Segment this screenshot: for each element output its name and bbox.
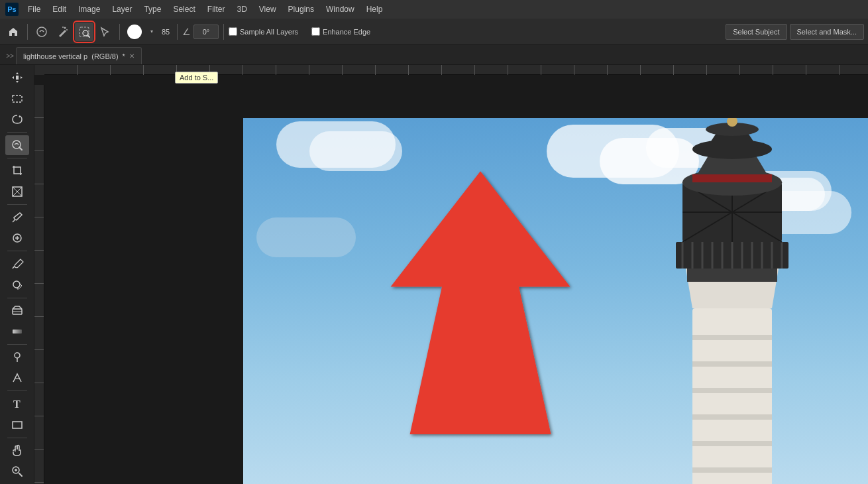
eyedropper-tool[interactable] xyxy=(5,208,29,227)
toolbar-separator-3 xyxy=(177,24,178,40)
menu-item-filter[interactable]: Filter xyxy=(202,3,231,15)
menu-item-view[interactable]: View xyxy=(254,3,282,15)
select-subject-button[interactable]: Select Subject xyxy=(726,24,787,40)
brush-size-preview[interactable] xyxy=(125,22,144,42)
left-separator-1 xyxy=(7,132,27,133)
left-separator-2 xyxy=(7,158,27,158)
pen-tool[interactable] xyxy=(5,369,29,389)
quick-selection-button[interactable] xyxy=(32,23,51,41)
dodge-tool[interactable] xyxy=(5,347,29,367)
svg-rect-23 xyxy=(692,414,772,420)
svg-point-3 xyxy=(62,27,64,28)
quick-selection-tool[interactable] xyxy=(5,135,29,155)
svg-point-2 xyxy=(66,29,68,30)
menu-item-window[interactable]: Window xyxy=(321,3,360,15)
svg-text:T: T xyxy=(13,398,21,410)
menu-item-file[interactable]: File xyxy=(23,3,46,15)
ps-logo: Ps xyxy=(5,3,19,16)
svg-rect-19 xyxy=(692,308,772,484)
svg-point-12 xyxy=(13,281,20,288)
options-toolbar: ▾ 85 ∠ Sample All Layers Enhance Edge Se… xyxy=(0,19,868,45)
tab-close[interactable]: ✕ xyxy=(129,52,135,60)
zoom-tool[interactable] xyxy=(5,461,29,481)
svg-rect-14 xyxy=(13,330,22,333)
crop-tool[interactable] xyxy=(5,161,29,181)
tooltip: Add to S... xyxy=(175,72,218,84)
select-and-mask-button[interactable]: Select and Mask... xyxy=(790,24,865,40)
tab-overflow[interactable]: >> xyxy=(4,50,16,62)
svg-rect-24 xyxy=(692,441,772,446)
menu-bar: FileEditImageLayerTypeSelectFilter3DView… xyxy=(23,0,388,19)
rectangular-marquee-tool[interactable] xyxy=(5,89,29,109)
main-area: T xyxy=(0,65,868,484)
image-canvas xyxy=(243,118,868,484)
svg-rect-27 xyxy=(687,269,777,282)
menu-item-help[interactable]: Help xyxy=(361,3,388,15)
tab-color-mode: (RGB/8) xyxy=(91,52,118,60)
type-tool[interactable]: T xyxy=(5,394,29,414)
menu-item-3d[interactable]: 3D xyxy=(231,3,252,15)
magic-wand-button[interactable] xyxy=(54,23,72,41)
tab-modified: * xyxy=(123,52,125,60)
enhance-edge-label[interactable]: Enhance Edge xyxy=(311,27,370,36)
left-separator-4 xyxy=(7,251,27,251)
title-bar: Ps FileEditImageLayerTypeSelectFilter3DV… xyxy=(0,0,868,19)
frame-tool[interactable] xyxy=(5,182,29,202)
svg-rect-17 xyxy=(13,422,22,428)
enhance-edge-checkbox[interactable] xyxy=(311,27,320,36)
sample-all-layers-checkbox[interactable] xyxy=(229,27,237,36)
left-separator-3 xyxy=(7,204,27,205)
svg-rect-20 xyxy=(692,335,772,340)
ruler-top xyxy=(34,65,868,75)
canvas-content[interactable] xyxy=(44,85,868,484)
brush-size-value: 85 xyxy=(159,28,172,36)
toolbar-separator-2 xyxy=(119,24,120,40)
left-separator-7 xyxy=(7,391,27,391)
svg-rect-21 xyxy=(692,361,772,367)
shape-tool[interactable] xyxy=(5,415,29,435)
menu-item-select[interactable]: Select xyxy=(168,3,200,15)
hand-tool[interactable] xyxy=(5,441,29,461)
object-selection-button[interactable] xyxy=(75,23,93,41)
svg-rect-47 xyxy=(692,174,772,182)
angle-icon: ∠ xyxy=(182,27,191,37)
brush-tool[interactable] xyxy=(5,254,29,274)
left-toolbar: T xyxy=(0,65,34,484)
menu-item-layer[interactable]: Layer xyxy=(107,3,137,15)
sample-all-layers-label[interactable]: Sample All Layers xyxy=(229,27,298,36)
brush-circle xyxy=(127,25,142,39)
tab-title: lighthouse vertical p xyxy=(23,52,87,60)
angle-input[interactable] xyxy=(193,25,219,39)
healing-brush-tool[interactable] xyxy=(5,229,29,249)
toolbar-separator-4 xyxy=(223,24,224,40)
svg-rect-6 xyxy=(13,95,22,102)
svg-point-1 xyxy=(64,27,66,29)
toolbar-separator-1 xyxy=(27,24,28,40)
tab-bar: >> lighthouse vertical p (RGB/8) * ✕ Add… xyxy=(0,45,868,65)
menu-item-type[interactable]: Type xyxy=(138,3,166,15)
menu-item-plugins[interactable]: Plugins xyxy=(283,3,319,15)
menu-item-image[interactable]: Image xyxy=(73,3,105,15)
menu-item-edit[interactable]: Edit xyxy=(47,3,72,15)
brush-dropdown[interactable]: ▾ xyxy=(147,23,156,41)
document-tab[interactable]: lighthouse vertical p (RGB/8) * ✕ xyxy=(16,47,142,64)
gradient-tool[interactable] xyxy=(5,322,29,341)
lighthouse-svg xyxy=(606,118,858,484)
left-separator-8 xyxy=(7,438,27,438)
svg-rect-25 xyxy=(692,467,772,473)
left-separator-6 xyxy=(7,344,27,345)
lasso-tool[interactable] xyxy=(5,109,29,129)
clone-stamp-tool[interactable] xyxy=(5,275,29,295)
eraser-tool[interactable] xyxy=(5,301,29,321)
svg-point-15 xyxy=(15,353,20,358)
move-tool[interactable] xyxy=(5,68,29,88)
canvas-area xyxy=(34,65,868,484)
select-tool-4[interactable] xyxy=(96,23,115,41)
svg-point-0 xyxy=(37,27,46,36)
svg-rect-22 xyxy=(692,388,772,393)
ruler-left xyxy=(34,85,44,484)
left-separator-5 xyxy=(7,298,27,298)
home-button[interactable] xyxy=(4,23,23,41)
